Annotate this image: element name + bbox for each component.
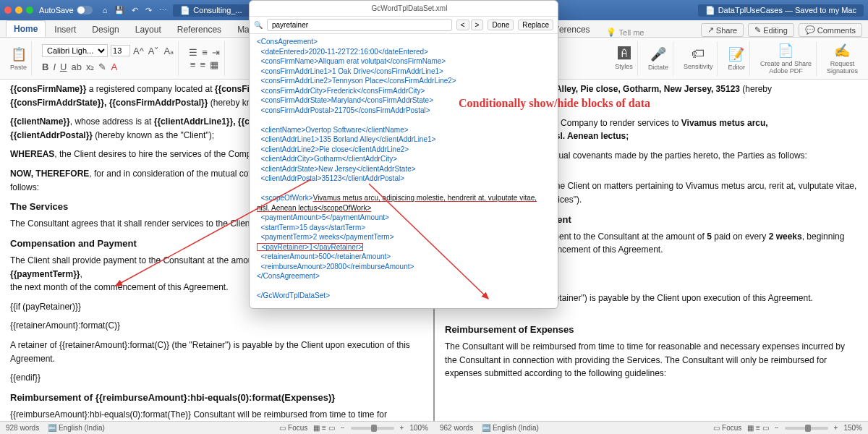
signature-icon: ✍ (834, 43, 850, 59)
annotation-label: Conditionally show/hide blocks of data (459, 97, 650, 110)
xml-editor-window: GcWordTplDataSet.xml 🔍 <> Done Replace <… (249, 0, 558, 309)
done-button[interactable]: Done (488, 20, 514, 30)
xml-code[interactable]: <ConsAgreement> <dateEntered>2020-11-22T… (250, 34, 558, 308)
font-name[interactable]: Calibri Ligh... (42, 44, 108, 57)
quick-access: ⌂ 💾 ↶ ↷ ⋯ (103, 6, 168, 15)
statusbar-right: 962 words 🔤 English (India) ▭ Focus ▦ ≡ … (434, 421, 868, 434)
indent-icon[interactable]: ⇥ (212, 47, 220, 58)
shrink-font-icon[interactable]: A˅ (148, 46, 160, 56)
minimize-icon[interactable] (15, 7, 22, 14)
focus-mode[interactable]: ▭ Focus (279, 424, 307, 432)
align-left-icon[interactable]: ≡ (190, 59, 196, 70)
adobe-share-group[interactable]: 📄Create and Share Adobe PDF (756, 41, 817, 76)
toggle-icon[interactable] (77, 6, 93, 14)
styles-group[interactable]: 🅰Styles (610, 41, 638, 76)
undo-icon[interactable]: ↶ (132, 6, 138, 15)
payretainer-element: <payRetainer>1</payRetainer> (257, 243, 363, 251)
more-icon[interactable]: ⋯ (159, 6, 167, 15)
clipboard-icon: 📋 (11, 46, 27, 62)
focus-mode-r[interactable]: ▭ Focus (713, 424, 741, 432)
highlight-icon[interactable]: ✎ (98, 61, 106, 72)
bold-icon[interactable]: B (42, 61, 48, 72)
find-input[interactable] (267, 19, 452, 31)
share-button[interactable]: ↗ Share (701, 23, 744, 37)
autosave-label: AutoSave (39, 6, 74, 14)
prev-match-button[interactable]: < (456, 20, 469, 30)
font-size[interactable] (111, 45, 130, 56)
strike-icon[interactable]: ab (71, 61, 81, 72)
clear-format-icon[interactable]: Aₐ (163, 46, 174, 56)
paragraph-group: ☰≡⇥ ≡≡▦ (184, 41, 225, 76)
zoom-slider[interactable] (351, 427, 394, 430)
next-match-button[interactable]: > (471, 20, 484, 30)
endif-block: {{endif}} (10, 371, 423, 385)
underline-icon[interactable]: U (60, 61, 67, 72)
tab-references[interactable]: References (170, 22, 229, 37)
zoom-slider-r[interactable] (785, 427, 828, 430)
mic-icon: 🎤 (650, 46, 666, 62)
sensitivity-group[interactable]: 🏷Sensitivity (679, 41, 718, 76)
zoom-level[interactable]: 100% (409, 424, 428, 432)
signatures-group[interactable]: ✍Request Signatures (822, 41, 862, 76)
paste-label: Paste (10, 64, 27, 71)
paste-group[interactable]: 📋 Paste (6, 41, 32, 76)
italic-icon[interactable]: I (53, 61, 56, 72)
autosave-toggle[interactable]: AutoSave (39, 6, 93, 14)
comments-button[interactable]: 💬 Comments (799, 23, 862, 37)
styles-icon: 🅰 (618, 46, 631, 61)
numbering-icon[interactable]: ≡ (202, 47, 208, 58)
replace-button[interactable]: Replace (518, 20, 553, 30)
bullets-icon[interactable]: ☰ (189, 47, 197, 58)
pdf-icon: 📄 (778, 43, 793, 59)
tab-insert[interactable]: Insert (47, 22, 83, 37)
grow-font-icon[interactable]: A^ (133, 46, 144, 56)
home-icon[interactable]: ⌂ (103, 6, 108, 15)
word-count[interactable]: 928 words (6, 424, 39, 432)
word-count-r[interactable]: 962 words (440, 424, 473, 432)
sub-icon[interactable]: x₂ (86, 61, 95, 72)
tab-design[interactable]: Design (85, 22, 126, 37)
doc-title-left: 📄 Consulting_... (173, 4, 249, 17)
save-icon[interactable]: 💾 (114, 6, 124, 15)
window-controls[interactable] (4, 7, 33, 14)
language[interactable]: 🔤 English (India) (48, 424, 105, 432)
zoom-level-r[interactable]: 150% (843, 424, 862, 432)
align-center-icon[interactable]: ≡ (200, 59, 205, 70)
view-icons-r[interactable]: ▦ ≡ ▭ (747, 424, 768, 432)
language-r[interactable]: 🔤 English (India) (482, 424, 539, 432)
find-bar: 🔍 <> Done Replace (250, 17, 558, 34)
tab-layout[interactable]: Layout (128, 22, 169, 37)
share-group: ↗ Share ✎ Editing 💬 Comments (701, 23, 862, 37)
tab-home[interactable]: Home (6, 20, 46, 37)
editing-button[interactable]: ✎ Editing (748, 23, 794, 37)
borders-icon[interactable]: ▦ (210, 59, 218, 70)
shield-icon: 🏷 (692, 46, 705, 61)
heading-reimbursement: Reimbursement of {{reimburseAmount}:hbi-… (10, 391, 423, 405)
font-color-icon[interactable]: A (111, 61, 117, 72)
close-icon[interactable] (4, 7, 12, 14)
dictate-group[interactable]: 🎤Dictate (644, 41, 673, 76)
redo-icon[interactable]: ↷ (145, 6, 152, 15)
font-group: Calibri Ligh... A^A˅Aₐ B I U ab x₂ ✎ A (38, 41, 179, 76)
xml-titlebar: GcWordTplDataSet.xml (250, 1, 558, 17)
statusbar-left: 928 words 🔤 English (India) ▭ Focus ▦ ≡ … (0, 421, 434, 434)
editor-icon: 📝 (728, 46, 744, 62)
editor-group[interactable]: 📝Editor (723, 41, 750, 76)
search-icon: 🔍 (254, 21, 263, 29)
heading-reimbursement-r: Reimbursement of Expenses (445, 323, 858, 337)
zoom-icon[interactable] (26, 7, 33, 14)
xml-title: GcWordTplDataSet.xml (267, 4, 552, 12)
view-icons[interactable]: ▦ ≡ ▭ (313, 424, 334, 432)
doc-title-right: 📄 DataTplUseCases — Saved to my Mac (698, 4, 864, 17)
tell-me[interactable]: 💡 Tell me (606, 27, 644, 37)
